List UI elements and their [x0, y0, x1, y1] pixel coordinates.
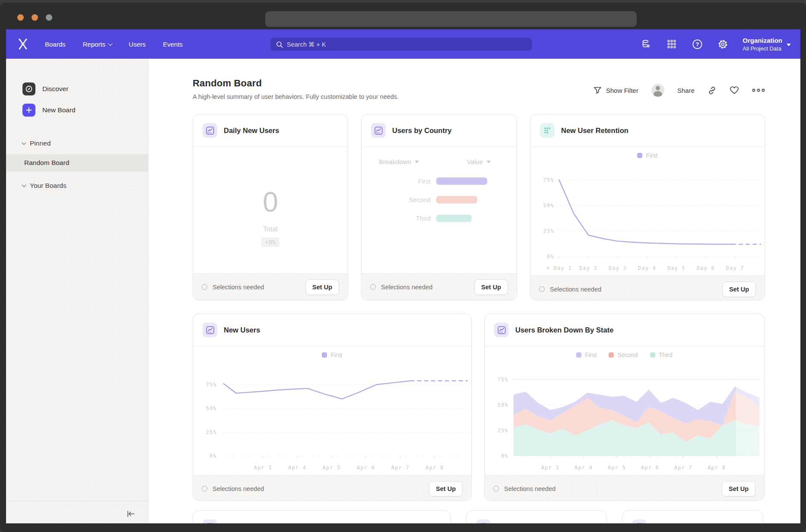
- apps-grid-icon[interactable]: [666, 38, 677, 50]
- funnel-icon: [593, 86, 602, 94]
- state-area-chart[interactable]: 75%50%25%0%Apr 3Apr 4Apr 5Apr 6Apr 7Apr …: [485, 360, 764, 475]
- sidebar-section-pinned[interactable]: Pinned: [6, 137, 148, 150]
- retention-line-chart[interactable]: 75%50%25%0%< Day 1Day 2Day 3Day 4Day 5Da…: [530, 161, 765, 276]
- svg-text:Apr 4: Apr 4: [574, 465, 593, 471]
- bar-row: Third: [362, 215, 517, 222]
- global-search-input[interactable]: Search ⌘ + K: [270, 38, 532, 51]
- breakdown-dropdown[interactable]: Breakdown: [379, 158, 419, 165]
- top-navbar: Boards Reports Users Events Search ⌘ + K: [6, 29, 800, 59]
- legend-swatch: [609, 352, 614, 358]
- metric-delta-badge: ↑0%: [261, 238, 279, 247]
- ellipsis-icon: [752, 88, 765, 92]
- svg-text:0%: 0%: [209, 453, 217, 459]
- status-circle-icon: [493, 486, 499, 491]
- legend-swatch: [576, 352, 581, 358]
- svg-text:Day 7: Day 7: [726, 265, 744, 271]
- svg-text:75%: 75%: [543, 177, 554, 183]
- card-title: New Users: [224, 326, 260, 334]
- line-chart-icon: [203, 323, 217, 337]
- more-options-button[interactable]: [752, 88, 765, 92]
- set-up-button[interactable]: Set Up: [305, 279, 339, 295]
- svg-text:25%: 25%: [543, 228, 554, 234]
- svg-text:75%: 75%: [498, 377, 508, 383]
- svg-text:50%: 50%: [498, 402, 508, 408]
- legend-swatch: [322, 352, 327, 358]
- chart-legend: First Second Third: [485, 350, 764, 360]
- title-bar: [0, 3, 806, 29]
- svg-text:Apr 6: Apr 6: [357, 465, 375, 471]
- copy-link-button[interactable]: [708, 86, 717, 95]
- board-actions: Show Filter Share: [593, 84, 765, 97]
- card-daily-new-users: Daily New Users 0 Total ↑0% Selections n…: [193, 114, 348, 301]
- chevron-down-icon: [486, 161, 491, 163]
- set-up-button[interactable]: Set Up: [722, 282, 756, 297]
- sidebar-section-your-boards[interactable]: Your Boards: [6, 179, 148, 192]
- chevron-down-icon: [787, 44, 791, 46]
- navbar-right-actions: ? Organization All Project Data: [641, 29, 791, 59]
- chevron-down-icon: [108, 41, 113, 46]
- nav-item-boards[interactable]: Boards: [45, 41, 66, 48]
- svg-text:Apr 8: Apr 8: [708, 465, 726, 471]
- mixpanel-logo-icon[interactable]: [17, 38, 30, 50]
- collapse-sidebar-icon[interactable]: [126, 510, 136, 518]
- left-sidebar: Discover New Board Pinned Random Board: [6, 59, 149, 526]
- svg-text:25%: 25%: [498, 428, 508, 434]
- link-icon: [708, 86, 717, 95]
- nav-item-reports[interactable]: Reports: [83, 41, 112, 48]
- avatar[interactable]: [651, 84, 664, 97]
- help-icon[interactable]: ?: [692, 38, 703, 50]
- nav-item-users[interactable]: Users: [129, 41, 146, 48]
- settings-gear-icon[interactable]: [717, 38, 728, 50]
- card-users-by-country: Users by Country Breakdown Value First: [361, 114, 517, 301]
- sidebar-footer: [6, 501, 148, 526]
- minimize-window-button[interactable]: [32, 14, 38, 21]
- status-circle-icon: [370, 284, 376, 290]
- retention-grid-icon: [540, 123, 555, 138]
- card-title: Users Broken Down By State: [515, 326, 613, 334]
- address-bar[interactable]: [265, 11, 637, 27]
- svg-text:Apr 6: Apr 6: [641, 465, 659, 471]
- show-filter-button[interactable]: Show Filter: [593, 86, 638, 94]
- status-text: Selections needed: [381, 284, 469, 291]
- org-project-switcher[interactable]: Organization All Project Data: [743, 36, 791, 51]
- new-users-line-chart[interactable]: 75%50%25%0%Apr 3Apr 4Apr 5Apr 6Apr 7Apr …: [193, 360, 471, 475]
- svg-text:Apr 5: Apr 5: [323, 465, 341, 471]
- bar-row: Second: [362, 196, 517, 203]
- sidebar-item-new-board[interactable]: New Board: [6, 101, 148, 119]
- metric-value: 0: [263, 188, 278, 216]
- set-up-button[interactable]: Set Up: [429, 481, 463, 497]
- nav-item-events[interactable]: Events: [163, 41, 183, 48]
- svg-text:Apr 8: Apr 8: [425, 465, 444, 471]
- value-dropdown[interactable]: Value: [467, 158, 491, 165]
- svg-text:Day 5: Day 5: [667, 265, 685, 271]
- card-title: Daily New Users: [224, 127, 279, 135]
- sidebar-item-discover[interactable]: Discover: [6, 80, 148, 98]
- status-circle-icon: [539, 286, 545, 292]
- svg-text:50%: 50%: [543, 203, 554, 209]
- data-management-icon[interactable]: [641, 38, 652, 50]
- svg-text:Apr 5: Apr 5: [608, 465, 626, 471]
- legend-swatch: [650, 352, 655, 358]
- card-new-user-retention: New User Retention First 75%50%25%0%< Da…: [530, 114, 765, 301]
- bar-third: [436, 215, 472, 222]
- svg-text:50%: 50%: [206, 405, 217, 412]
- svg-text:Day 6: Day 6: [697, 265, 715, 271]
- favorite-button[interactable]: [730, 86, 739, 95]
- window-bottom-edge: [0, 523, 806, 532]
- card-title: New User Retention: [561, 127, 628, 135]
- plus-icon: [22, 104, 35, 117]
- svg-text:Day 3: Day 3: [609, 265, 627, 271]
- set-up-button[interactable]: Set Up: [474, 279, 508, 295]
- svg-text:Apr 3: Apr 3: [541, 465, 559, 471]
- zoom-window-button[interactable]: [46, 14, 52, 21]
- line-chart-icon: [371, 123, 386, 138]
- svg-text:?: ?: [695, 41, 699, 48]
- search-icon: [276, 41, 283, 48]
- chevron-down-icon: [415, 161, 419, 163]
- project-name: All Project Data: [743, 45, 782, 52]
- line-chart-icon: [494, 323, 509, 337]
- close-window-button[interactable]: [17, 14, 24, 21]
- share-button[interactable]: Share: [677, 87, 695, 94]
- set-up-button[interactable]: Set Up: [722, 481, 755, 497]
- sidebar-item-random-board[interactable]: Random Board: [6, 154, 148, 171]
